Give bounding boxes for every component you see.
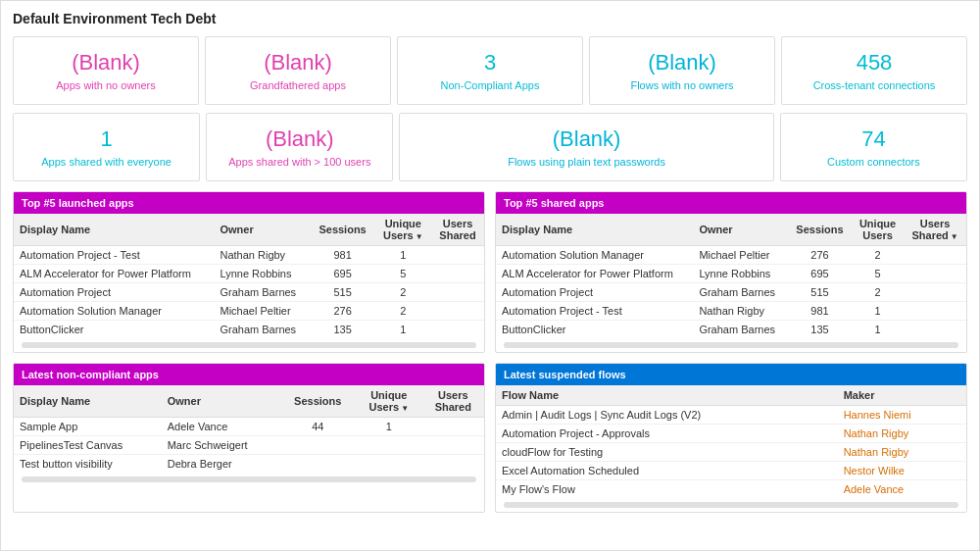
table-row: Test button visibility Debra Berger	[14, 455, 484, 474]
th-display-name-shared: Display Name	[496, 214, 693, 246]
cell-maker: Nathan Rigby	[838, 443, 966, 462]
metric-label-apps-no-owners: Apps with no owners	[56, 79, 156, 91]
cell-shared	[422, 418, 484, 436]
bottom-grid: Top #5 launched apps Display Name Owner …	[13, 191, 967, 513]
table-row: ButtonClicker Graham Barnes 135 1	[14, 321, 484, 339]
th-display-name-nc: Display Name	[14, 385, 162, 418]
metric-card-cross-tenant[interactable]: 458 Cross-tenant connections	[781, 36, 967, 105]
cell-sessions: 695	[311, 265, 375, 283]
top5-shared-panel: Top #5 shared apps Display Name Owner Se…	[495, 191, 967, 353]
noncompliant-scrollbar[interactable]	[22, 476, 476, 482]
metric-label-noncompliant-apps: Non-Compliant Apps	[441, 79, 540, 91]
th-owner-shared: Owner	[693, 214, 788, 246]
metric-card-plain-text-passwords[interactable]: (Blank) Flows using plain text passwords	[399, 113, 773, 181]
cell-name: Test button visibility	[14, 455, 162, 474]
cell-sessions: 515	[311, 283, 375, 302]
cell-shared	[431, 283, 484, 302]
metric-label-shared-100: Apps shared with > 100 users	[228, 156, 370, 168]
metric-card-noncompliant-apps[interactable]: 3 Non-Compliant Apps	[397, 36, 583, 105]
cell-unique: 5	[375, 265, 431, 283]
cell-name: Automation Solution Manager	[496, 246, 693, 265]
cell-flow-name: cloudFlow for Testing	[496, 443, 838, 462]
cell-shared	[904, 302, 966, 321]
cell-unique: 2	[375, 283, 431, 302]
table-row: ALM Accelerator for Power Platform Lynne…	[496, 265, 966, 283]
metric-card-grandfathered-apps[interactable]: (Blank) Grandfathered apps	[205, 36, 391, 105]
cell-shared	[904, 283, 966, 302]
cell-owner: Nathan Rigby	[693, 302, 788, 321]
cell-sessions: 695	[788, 265, 852, 283]
cell-name: ALM Accelerator for Power Platform	[14, 265, 214, 283]
table-row: Automation Project - Test Nathan Rigby 9…	[14, 246, 484, 265]
metric-card-custom-connectors[interactable]: 74 Custom connectors	[780, 113, 967, 181]
table-row: ALM Accelerator for Power Platform Lynne…	[14, 265, 484, 283]
cell-unique: 2	[852, 283, 904, 302]
top5-launched-header: Top #5 launched apps	[14, 192, 484, 214]
metric-card-apps-no-owners[interactable]: (Blank) Apps with no owners	[13, 36, 199, 105]
cell-unique: 1	[356, 418, 422, 436]
table-row: Automation Solution Manager Michael Pelt…	[496, 246, 966, 265]
suspended-flows-header: Latest suspended flows	[496, 364, 966, 385]
cell-owner: Graham Barnes	[214, 321, 310, 339]
noncompliant-table: Display Name Owner Sessions UniqueUsers▼…	[14, 385, 484, 473]
noncompliant-header: Latest non-compliant apps	[14, 364, 484, 385]
cell-shared	[431, 246, 484, 265]
cell-unique: 1	[852, 321, 904, 339]
metric-value-noncompliant-apps: 3	[484, 50, 496, 75]
cell-maker: Adele Vance	[838, 480, 966, 499]
cell-sessions: 135	[311, 321, 375, 339]
cell-shared	[904, 321, 966, 339]
cell-unique	[356, 436, 422, 455]
cell-name: ALM Accelerator for Power Platform	[496, 265, 693, 283]
cell-owner: Michael Peltier	[693, 246, 788, 265]
cell-shared	[422, 455, 484, 474]
th-usershared-shared: UsersShared▼	[904, 214, 966, 246]
table-row: ButtonClicker Graham Barnes 135 1	[496, 321, 966, 339]
metric-label-shared-everyone: Apps shared with everyone	[41, 156, 172, 168]
launched-scrollbar[interactable]	[22, 342, 476, 348]
th-flow-name: Flow Name	[496, 385, 838, 406]
cell-owner: Michael Peltier	[214, 302, 310, 321]
cell-unique	[356, 455, 422, 474]
top5-shared-table: Display Name Owner Sessions UniqueUsers …	[496, 214, 966, 338]
cell-sessions: 135	[788, 321, 852, 339]
metric-value-custom-connectors: 74	[861, 126, 885, 152]
shared-scrollbar[interactable]	[504, 342, 958, 348]
th-owner-nc: Owner	[162, 385, 280, 418]
cell-flow-name: Excel Automation Scheduled	[496, 462, 838, 480]
cell-name: ButtonClicker	[496, 321, 693, 339]
th-unique-launched: UniqueUsers▼	[375, 214, 431, 246]
table-row: cloudFlow for Testing Nathan Rigby	[496, 443, 966, 462]
cell-shared	[904, 246, 966, 265]
th-sessions-launched: Sessions	[311, 214, 375, 246]
cell-unique: 1	[852, 302, 904, 321]
cell-name: Automation Project - Test	[496, 302, 693, 321]
cell-shared	[431, 302, 484, 321]
metric-card-shared-everyone[interactable]: 1 Apps shared with everyone	[13, 113, 200, 181]
cell-name: Automation Project - Test	[14, 246, 214, 265]
th-owner-launched: Owner	[214, 214, 310, 246]
cell-shared	[904, 265, 966, 283]
table-row: Automation Project - Test Nathan Rigby 9…	[496, 302, 966, 321]
metric-card-flows-no-owners[interactable]: (Blank) Flows with no owners	[589, 36, 775, 105]
table-row: Excel Automation Scheduled Nestor Wilke	[496, 462, 966, 480]
page-title: Default Environment Tech Debt	[13, 11, 967, 26]
cell-owner: Lynne Robbins	[693, 265, 788, 283]
cell-owner: Marc Schweigert	[162, 436, 280, 455]
cell-sessions: 44	[279, 418, 356, 436]
table-row: Automation Project Graham Barnes 515 2	[496, 283, 966, 302]
suspended-flows-panel: Latest suspended flows Flow Name Maker A…	[495, 363, 967, 513]
cell-maker: Nathan Rigby	[838, 425, 966, 443]
metric-card-shared-100[interactable]: (Blank) Apps shared with > 100 users	[206, 113, 393, 181]
cell-sessions: 276	[788, 246, 852, 265]
cell-owner: Nathan Rigby	[214, 246, 310, 265]
th-shared-launched: UsersShared	[431, 214, 484, 246]
top5-shared-header: Top #5 shared apps	[496, 192, 966, 214]
cell-owner: Lynne Robbins	[214, 265, 310, 283]
th-shared-nc: UsersShared	[422, 385, 484, 418]
table-row: Admin | Audit Logs | Sync Audit Logs (V2…	[496, 406, 966, 425]
metrics-row1: (Blank) Apps with no owners (Blank) Gran…	[13, 36, 967, 105]
suspended-scrollbar[interactable]	[504, 502, 958, 508]
cell-name: Automation Project	[14, 283, 214, 302]
cell-shared	[431, 265, 484, 283]
